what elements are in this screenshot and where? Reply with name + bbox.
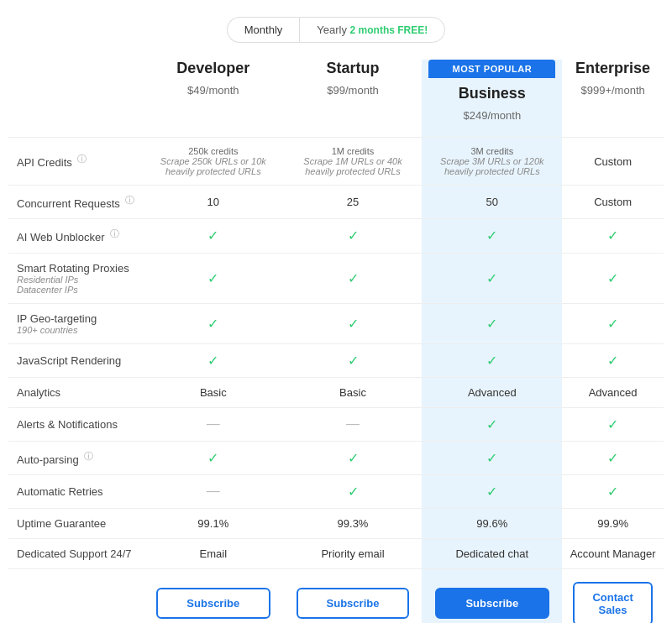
check-icon: ✓: [348, 484, 359, 499]
table-row: JavaScript Rendering ✓ ✓ ✓ ✓: [8, 343, 664, 377]
table-row: Automatic Retries — ✓ ✓ ✓: [8, 474, 664, 508]
feature-label: Auto-parsing: [17, 453, 79, 466]
business-smart-proxies: ✓: [422, 253, 562, 303]
dash-icon: —: [207, 484, 220, 498]
enterprise-ip-geo: ✓: [562, 303, 664, 343]
developer-js-rendering: ✓: [143, 343, 284, 377]
enterprise-auto-retries: ✓: [562, 474, 664, 508]
feature-label: IP Geo-targeting: [17, 312, 136, 325]
developer-cta: Subscribe: [143, 568, 284, 623]
feature-label: JavaScript Rendering: [17, 354, 121, 367]
feature-sub: 190+ countries: [17, 325, 136, 335]
dash-icon: —: [346, 416, 360, 431]
monthly-toggle[interactable]: Monthly: [227, 17, 300, 43]
info-icon[interactable]: ⓘ: [77, 154, 87, 164]
check-icon: ✓: [607, 417, 618, 432]
developer-plan-header: Developer $49/month: [143, 60, 284, 138]
check-icon: ✓: [348, 317, 359, 331]
table-row: AI Web Unblocker ⓘ ✓ ✓ ✓ ✓: [8, 219, 664, 253]
check-icon: ✓: [207, 451, 218, 465]
most-popular-badge: MOST POPULAR: [428, 60, 555, 78]
feature-label: Uptime Guarantee: [17, 517, 106, 530]
info-icon[interactable]: ⓘ: [110, 228, 119, 238]
startup-credits-main: 1M credits: [291, 146, 416, 156]
check-icon: ✓: [607, 317, 618, 331]
check-icon: ✓: [486, 484, 497, 499]
business-js-rendering: ✓: [422, 343, 562, 377]
feature-support: Dedicated Support 24/7: [8, 538, 143, 568]
check-icon: ✓: [607, 353, 618, 368]
enterprise-plan-header: Enterprise $999+/month: [562, 60, 664, 138]
business-auto-retries: ✓: [422, 474, 562, 508]
table-row: Smart Rotating Proxies Residential IPsDa…: [8, 253, 664, 303]
developer-plan-name: Developer: [150, 60, 277, 77]
startup-auto-retries: ✓: [284, 474, 423, 508]
enterprise-plan-name: Enterprise: [569, 60, 657, 77]
developer-price-amount: $49: [187, 84, 206, 97]
developer-subscribe-button[interactable]: Subscribe: [156, 588, 270, 619]
enterprise-contact-button[interactable]: Contact Sales: [573, 582, 652, 623]
enterprise-ai-unblocker: ✓: [562, 219, 664, 253]
business-subscribe-button[interactable]: Subscribe: [435, 588, 549, 619]
feature-analytics: Analytics: [8, 377, 143, 407]
table-row: Analytics Basic Basic Advanced Advanced: [8, 377, 664, 407]
startup-analytics: Basic: [284, 377, 423, 407]
startup-plan-name: Startup: [291, 60, 416, 77]
biz-credits-sub: Scrape 3M URLs or 120k heavily protected…: [428, 156, 555, 176]
startup-auto-parsing: ✓: [284, 441, 423, 474]
feature-smart-proxies: Smart Rotating Proxies Residential IPsDa…: [8, 253, 143, 303]
enterprise-uptime: 99.9%: [562, 508, 664, 538]
feature-label: AI Web Unblocker: [17, 232, 105, 244]
enterprise-analytics: Advanced: [562, 377, 664, 407]
startup-cta: Subscribe: [284, 568, 423, 623]
startup-ip-geo: ✓: [284, 303, 423, 343]
feature-ip-geo: IP Geo-targeting 190+ countries: [8, 303, 143, 343]
check-icon: ✓: [348, 353, 359, 368]
developer-ai-unblocker: ✓: [143, 219, 284, 253]
enterprise-plan-price: $999+/month: [569, 77, 657, 99]
feature-label: Dedicated Support 24/7: [17, 547, 132, 560]
ent-credits: Custom: [594, 155, 632, 168]
enterprise-support: Account Manager: [562, 538, 664, 568]
yearly-promo: 2 months FREE!: [350, 24, 428, 36]
startup-plan-price: $99/month: [291, 77, 416, 99]
check-icon: ✓: [486, 353, 497, 368]
developer-analytics: Basic: [143, 377, 284, 407]
feature-js-rendering: JavaScript Rendering: [8, 343, 143, 377]
table-row: IP Geo-targeting 190+ countries ✓ ✓ ✓ ✓: [8, 303, 664, 343]
info-icon[interactable]: ⓘ: [125, 195, 134, 205]
page-wrapper: Monthly Yearly 2 months FREE! Developer …: [0, 0, 672, 623]
enterprise-cta: Contact Sales: [562, 568, 664, 623]
developer-concurrent: 10: [143, 186, 284, 219]
check-icon: ✓: [486, 271, 497, 285]
developer-auto-parsing: ✓: [143, 441, 284, 474]
developer-ip-geo: ✓: [143, 303, 284, 343]
feature-ai-unblocker: AI Web Unblocker ⓘ: [8, 219, 143, 253]
business-auto-parsing: ✓: [422, 441, 562, 474]
table-row: Auto-parsing ⓘ ✓ ✓ ✓ ✓: [8, 441, 664, 474]
check-icon: ✓: [486, 317, 497, 331]
feature-label: Smart Rotating Proxies: [17, 262, 136, 275]
startup-subscribe-button[interactable]: Subscribe: [297, 588, 409, 619]
check-icon: ✓: [207, 353, 218, 368]
enterprise-alerts: ✓: [562, 407, 664, 441]
dev-credits-sub: Scrape 250k URLs or 10k heavily protecte…: [150, 156, 277, 176]
check-icon: ✓: [207, 317, 218, 331]
enterprise-concurrent: Custom: [562, 186, 664, 219]
pricing-table: Developer $49/month Startup $99/month MO…: [8, 60, 664, 623]
feature-alerts: Alerts & Notifications: [8, 407, 143, 441]
feature-auto-parsing: Auto-parsing ⓘ: [8, 441, 143, 474]
yearly-toggle[interactable]: Yearly 2 months FREE!: [299, 17, 445, 43]
check-icon: ✓: [607, 228, 618, 243]
feature-label: Concurrent Requests: [17, 197, 120, 210]
feature-col-header: [8, 60, 143, 138]
developer-plan-price: $49/month: [150, 77, 277, 99]
startup-uptime: 99.3%: [284, 508, 423, 538]
check-icon: ✓: [486, 451, 497, 465]
feature-label: Analytics: [17, 386, 60, 399]
developer-uptime: 99.1%: [143, 508, 284, 538]
startup-api-credits: 1M credits Scrape 1M URLs or 40k heavily…: [284, 138, 423, 186]
cta-empty: [8, 568, 143, 623]
startup-plan-header: Startup $99/month: [284, 60, 423, 138]
info-icon[interactable]: ⓘ: [84, 451, 93, 461]
